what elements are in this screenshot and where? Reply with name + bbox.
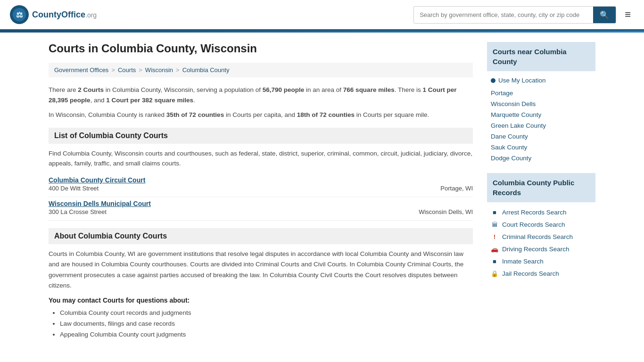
court-icon: 🏛 <box>491 221 498 228</box>
about-body: Courts in Columbia County, WI are govern… <box>49 249 473 291</box>
court-entry-2: Wisconsin Dells Municipal Court 300 La C… <box>49 197 473 221</box>
arrest-label: Arrest Records Search <box>502 209 567 216</box>
population: 56,790 people <box>263 86 305 93</box>
logo-org: .org <box>85 11 97 19</box>
pub-record-court[interactable]: 🏛 Court Records Search <box>487 218 595 230</box>
sidebar-link-wisconsin-dells[interactable]: Wisconsin Dells <box>487 99 595 109</box>
sidebar: Courts near Columbia County Use My Locat… <box>487 42 595 340</box>
pub-record-driving[interactable]: 🚗 Driving Records Search <box>487 243 595 255</box>
sidebar-link-dane[interactable]: Dane County <box>487 131 595 142</box>
breadcrumb-courts[interactable]: Courts <box>118 66 136 74</box>
contact-header: You may contact Courts for questions abo… <box>49 296 473 304</box>
sidebar-link-sauk[interactable]: Sauk County <box>487 142 595 153</box>
court-row-1: 400 De Witt Street Portage, WI <box>49 185 473 192</box>
search-button[interactable]: 🔍 <box>593 7 616 23</box>
use-location-label: Use My Location <box>498 77 546 84</box>
content-area: Courts in Columbia County, Wisconsin Gov… <box>49 42 473 340</box>
pub-record-jail[interactable]: 🔒 Jail Records Search <box>487 267 595 280</box>
courts-count: 2 Courts <box>78 86 104 93</box>
court-records-label: Court Records Search <box>502 221 565 228</box>
criminal-label: Criminal Records Search <box>502 233 573 240</box>
arrest-icon: ■ <box>491 208 498 216</box>
court-name-2[interactable]: Wisconsin Dells Municipal Court <box>49 200 473 207</box>
header: ⚖ CountyOffice.org 🔍 ≡ <box>0 0 644 31</box>
pub-record-inmate[interactable]: ■ Inmate Search <box>487 255 595 267</box>
inmate-icon: ■ <box>491 257 498 265</box>
contact-list: Columbia County court records and judgme… <box>49 308 473 340</box>
court-address-1: 400 De Witt Street <box>49 185 99 192</box>
rank-sqmile: 18th of 72 counties <box>297 111 355 118</box>
logo-text-area: CountyOffice.org <box>32 10 97 20</box>
logo-brand: CountyOffice <box>32 10 85 19</box>
court-per-sqmile: 1 Court per 382 square miles <box>106 97 193 104</box>
about-section-header: About Columbia County Courts <box>49 228 473 244</box>
svg-text:⚖: ⚖ <box>16 11 23 19</box>
search-input[interactable] <box>414 8 593 22</box>
pub-record-criminal[interactable]: ! Criminal Records Search <box>487 230 595 243</box>
pub-record-arrest[interactable]: ■ Arrest Records Search <box>487 206 595 218</box>
use-my-location[interactable]: Use My Location <box>487 75 595 86</box>
main-container: Courts in Columbia County, Wisconsin Gov… <box>39 33 605 350</box>
breadcrumb-sep-2: > <box>139 66 142 74</box>
court-row-2: 300 La Crosse Street Wisconsin Dells, WI <box>49 208 473 215</box>
sidebar-nearby-title: Courts near Columbia County <box>487 42 595 71</box>
rank-capita: 35th of 72 counties <box>166 111 224 118</box>
logo[interactable]: ⚖ CountyOffice.org <box>9 5 97 25</box>
criminal-icon: ! <box>491 233 498 240</box>
court-address-2: 300 La Crosse Street <box>49 208 107 215</box>
logo-icon: ⚖ <box>9 5 29 25</box>
court-city-1: Portage, WI <box>440 185 473 192</box>
court-entry-1: Columbia County Circuit Court 400 De Wit… <box>49 173 473 197</box>
sidebar-link-marquette[interactable]: Marquette County <box>487 109 595 120</box>
driving-label: Driving Records Search <box>502 246 570 253</box>
intro-paragraph-2: In Wisconsin, Columbia County is ranked … <box>49 110 473 120</box>
list-description: Find Columbia County, Wisconsin courts a… <box>49 148 473 169</box>
breadcrumb-sep-3: > <box>176 66 180 74</box>
sidebar-public-records-section: Columbia County Public Records ■ Arrest … <box>487 173 595 280</box>
list-section-header: List of Columbia County Courts <box>49 128 473 144</box>
inmate-label: Inmate Search <box>502 258 544 265</box>
intro-paragraph-1: There are 2 Courts in Columbia County, W… <box>49 85 473 105</box>
jail-icon: 🔒 <box>491 270 498 277</box>
menu-button[interactable]: ≡ <box>621 7 635 23</box>
breadcrumb: Government Offices > Courts > Wisconsin … <box>49 63 473 77</box>
sidebar-link-portage[interactable]: Portage <box>487 88 595 99</box>
contact-item-1: Columbia County court records and judgme… <box>60 308 473 319</box>
area: 766 square miles <box>343 86 395 93</box>
location-icon <box>491 78 495 83</box>
sidebar-link-dodge[interactable]: Dodge County <box>487 153 595 164</box>
breadcrumb-sep-1: > <box>111 66 115 74</box>
sidebar-public-records-title: Columbia County Public Records <box>487 173 595 202</box>
contact-item-2: Law documents, filings and case records <box>60 319 473 329</box>
sidebar-link-green-lake[interactable]: Green Lake County <box>487 120 595 131</box>
page-title: Courts in Columbia County, Wisconsin <box>49 42 473 55</box>
breadcrumb-columbia-county[interactable]: Columbia County <box>182 66 230 74</box>
court-name-1[interactable]: Columbia County Circuit Court <box>49 176 473 184</box>
driving-icon: 🚗 <box>491 245 498 253</box>
breadcrumb-gov-offices[interactable]: Government Offices <box>54 66 108 74</box>
sidebar-nearby-section: Courts near Columbia County Use My Locat… <box>487 42 595 164</box>
breadcrumb-wisconsin[interactable]: Wisconsin <box>145 66 173 74</box>
contact-item-3: Appealing Columbia County court judgment… <box>60 329 473 340</box>
header-right: 🔍 ≡ <box>413 6 635 24</box>
court-city-2: Wisconsin Dells, WI <box>419 208 473 215</box>
search-bar: 🔍 <box>413 6 616 24</box>
jail-label: Jail Records Search <box>502 270 559 277</box>
